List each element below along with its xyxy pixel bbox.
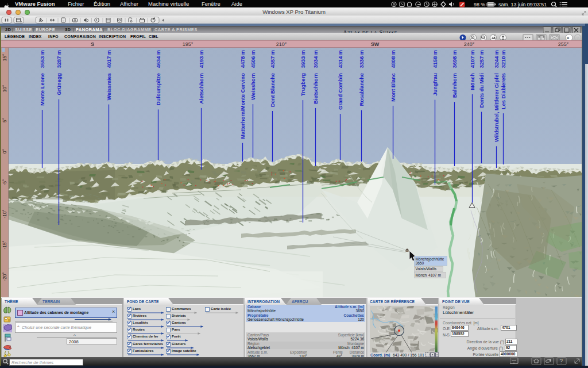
svg-text:Balmhorn3698 m: Balmhorn3698 m — [452, 50, 458, 98]
svg-text:S: S — [91, 41, 94, 47]
svg-text:240°: 240° — [464, 41, 475, 47]
svg-text:-5°: -5° — [2, 179, 7, 186]
svg-text:Matterhorn/Monte Cervino4478 m: Matterhorn/Monte Cervino4478 m — [240, 50, 246, 139]
svg-text:sam. 13 juin 09:03:51: sam. 13 juin 09:03:51 — [498, 2, 547, 7]
svg-text:Monte Leone3553 m: Monte Leone3553 m — [40, 50, 45, 106]
svg-text:Aletschhorn4193 m: Aletschhorn4193 m — [199, 50, 204, 104]
svg-text:Dufourspitze4634 m: Dufourspitze4634 m — [156, 50, 161, 105]
svg-text:Rosablanche3336 m: Rosablanche3336 m — [359, 50, 365, 106]
svg-text:15°: 15° — [2, 54, 7, 61]
svg-text:SW: SW — [371, 41, 380, 47]
svg-text:10°: 10° — [2, 85, 7, 92]
svg-text:Weisshorn4506 m: Weisshorn4506 m — [250, 50, 256, 100]
svg-text:4107 m: 4107 m — [428, 273, 442, 277]
svg-text:Bietschhorn3934 m: Bietschhorn3934 m — [313, 50, 319, 104]
svg-text:Grand Combin4314 m: Grand Combin4314 m — [338, 50, 343, 110]
svg-text:-20°: -20° — [2, 272, 7, 281]
svg-text:Mönch: Mönch — [416, 273, 427, 277]
svg-text:255°: 255° — [558, 41, 569, 47]
svg-text:Wildstrubel, Mittlerer Gipfel3: Wildstrubel, Mittlerer Gipfel3244 m — [494, 50, 500, 142]
svg-text:0°: 0° — [2, 149, 7, 154]
svg-text:-15°: -15° — [2, 240, 7, 249]
svg-text:98 %: 98 % — [474, 2, 485, 7]
svg-text:Valais/Wallis: Valais/Wallis — [416, 267, 437, 271]
svg-text:Dent Blanche4357 m: Dent Blanche4357 m — [270, 50, 276, 107]
svg-text:?: ? — [560, 358, 563, 365]
svg-text:5°: 5° — [2, 118, 7, 122]
svg-text:3650: 3650 — [416, 261, 424, 265]
svg-text:210°: 210° — [276, 41, 287, 47]
svg-text:Les Diablerets3210 m: Les Diablerets3210 m — [501, 50, 506, 109]
svg-text:195°: 195° — [183, 41, 194, 47]
svg-text:Mönchsjochhütte: Mönchsjochhütte — [416, 257, 444, 262]
svg-text:«: « — [567, 35, 570, 41]
svg-text:Mont Blanc4808 m: Mont Blanc4808 m — [390, 50, 396, 102]
svg-text:Dents du Midi3257 m: Dents du Midi3257 m — [479, 50, 485, 108]
svg-text:Weissmies4017 m: Weissmies4017 m — [106, 50, 112, 101]
svg-text:-10°: -10° — [2, 209, 7, 218]
